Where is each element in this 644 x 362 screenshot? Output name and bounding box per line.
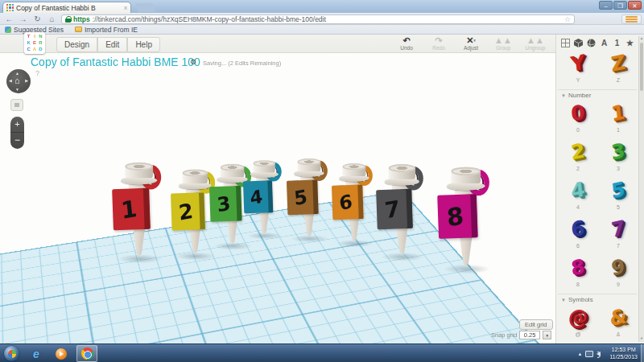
shape-number-4[interactable]: 44 xyxy=(559,178,597,215)
collapse-caret-icon: ▼ xyxy=(561,298,566,302)
chevron-down-icon: ▾ xyxy=(473,38,476,43)
snap-grid-label: Snap grid xyxy=(491,331,517,339)
https-lock-icon xyxy=(65,16,71,23)
app-header: TIN KER CAD Design Edit Help ↶ Undo ↷ Re… xyxy=(0,35,644,53)
tube-5[interactable]: 5 xyxy=(286,162,334,247)
design-canvas[interactable]: Copy of Fantastic Habbi BME 100 ⚙ Saving… xyxy=(0,53,555,343)
adjust-button[interactable]: ✕▾ Adjust xyxy=(459,35,483,51)
zoom-in-button[interactable]: + xyxy=(10,117,24,133)
bookmark-imported-from-ie[interactable]: Imported From IE xyxy=(75,26,138,34)
taskbar-ie-button[interactable]: e xyxy=(26,345,47,362)
tab-letters[interactable]: A xyxy=(599,38,609,48)
section-number[interactable]: ▼Number xyxy=(558,89,637,99)
tube-tag: 3 xyxy=(209,186,242,222)
gear-icon[interactable]: ⚙ xyxy=(190,58,196,66)
internet-explorer-icon: e xyxy=(33,348,39,360)
tray-expand-icon[interactable]: ▲ xyxy=(578,352,583,356)
edit-grid-button[interactable]: Edit grid xyxy=(519,319,553,330)
window-minimize-button[interactable]: – xyxy=(599,1,613,10)
browser-navbar: ← → ↻ ⌂ https ://tinkercad.com/things/hz… xyxy=(0,13,644,25)
tube-tag: 7 xyxy=(376,189,413,230)
tube-1[interactable]: 1 xyxy=(111,167,168,269)
shapes-sidebar: A 1 ★ Y Y Z Z ▼Number 00 11 22 33 44 55 … xyxy=(555,35,644,343)
home-view-button[interactable] xyxy=(10,99,23,111)
undo-button[interactable]: ↶ Undo xyxy=(394,35,419,51)
shape-number-8[interactable]: 88 xyxy=(559,255,597,292)
section-symbols[interactable]: ▼Symbols xyxy=(558,294,637,303)
tab-numbers[interactable]: 1 xyxy=(612,38,622,48)
scroll-up-icon[interactable]: ▲ xyxy=(639,36,644,40)
scroll-down-icon[interactable]: ▼ xyxy=(639,336,644,340)
zoom-out-button[interactable]: − xyxy=(10,133,24,147)
windows-logo-icon xyxy=(8,350,16,358)
shape-number-5[interactable]: 55 xyxy=(600,178,637,215)
undo-icon: ↶ xyxy=(394,35,419,45)
home-button[interactable]: ⌂ xyxy=(46,14,58,24)
orbit-down-icon[interactable]: ▼ xyxy=(15,87,19,92)
shape-number-3[interactable]: 33 xyxy=(600,139,637,176)
taskbar-chrome-button[interactable] xyxy=(76,345,97,362)
menu-design[interactable]: Design xyxy=(56,37,97,52)
zoom-control[interactable]: + − xyxy=(10,117,24,149)
window-close-button[interactable]: ✕ xyxy=(628,1,642,10)
shape-letter-Z[interactable]: Z Z xyxy=(600,51,637,88)
windows-taskbar: e ▲ 12:53 PM 11/25/2013 xyxy=(0,343,644,362)
group-button[interactable]: ▲▲ Group xyxy=(491,35,515,51)
url-bar[interactable]: https ://tinkercad.com/things/hzXqSEH8MK… xyxy=(61,14,575,24)
window-maximize-button[interactable]: ❐ xyxy=(613,1,627,10)
tab-geometric-icon[interactable] xyxy=(573,38,584,48)
refresh-button[interactable]: ↻ xyxy=(31,14,43,24)
display-tray-icon[interactable] xyxy=(585,351,593,357)
new-tab-button[interactable] xyxy=(135,3,156,12)
orbit-right-icon[interactable]: ▶ xyxy=(25,78,28,83)
taskbar-media-button[interactable] xyxy=(51,345,72,362)
shape-number-0[interactable]: 00 xyxy=(559,101,597,138)
tinkercad-logo[interactable]: TIN KER CAD xyxy=(24,32,45,54)
sidebar-scrollbar[interactable]: ▲ ▼ xyxy=(638,36,644,342)
group-icon: ▲▲ xyxy=(491,35,515,45)
tube-tag: 1 xyxy=(112,188,151,231)
tube-7[interactable]: 7 xyxy=(375,169,431,267)
orbit-control[interactable]: ▲ ▼ ◀ ▶ ⌂ xyxy=(6,69,31,93)
shape-number-2[interactable]: 22 xyxy=(559,139,597,176)
orbit-left-icon[interactable]: ◀ xyxy=(9,78,12,83)
shape-number-7[interactable]: 77 xyxy=(600,216,637,253)
tab-workplane-icon[interactable] xyxy=(560,38,571,48)
shape-number-1[interactable]: 11 xyxy=(600,101,637,138)
tube-4[interactable]: 4 xyxy=(242,164,287,244)
tube-8[interactable]: 8 xyxy=(436,172,497,280)
forward-button[interactable]: → xyxy=(17,14,29,24)
orbit-home-icon[interactable]: ⌂ xyxy=(14,76,20,85)
redo-button[interactable]: ↷ Redo xyxy=(427,35,451,51)
browser-menu-button[interactable] xyxy=(621,14,642,24)
shape-number-9[interactable]: 99 xyxy=(600,255,637,292)
start-button[interactable] xyxy=(4,346,19,361)
snap-grid-dropdown[interactable]: ▼ xyxy=(543,331,551,339)
shape-symbol-ampersand[interactable]: && xyxy=(600,305,637,342)
tube-6[interactable]: 6 xyxy=(331,167,379,252)
shape-number-6[interactable]: 66 xyxy=(559,216,597,253)
snap-grid-value[interactable]: 0.25 xyxy=(519,331,540,339)
help-icon[interactable]: ? xyxy=(35,69,39,77)
shape-symbol-at[interactable]: @@ xyxy=(559,305,597,342)
browser-tab[interactable]: Copy of Fantastic Habbi B x xyxy=(2,2,131,13)
browser-titlebar: Copy of Fantastic Habbi B x – ❐ ✕ xyxy=(0,0,644,13)
back-button[interactable]: ← xyxy=(3,14,15,24)
clock-date: 11/25/2013 xyxy=(609,354,638,361)
bookmark-star-icon[interactable]: ☆ xyxy=(564,15,571,23)
tube-tag: 8 xyxy=(437,194,477,239)
menu-help[interactable]: Help xyxy=(127,37,160,52)
ungroup-button[interactable]: ▲▲ Ungroup xyxy=(523,35,547,51)
volume-tray-icon[interactable] xyxy=(597,352,601,356)
url-scheme: https xyxy=(73,15,90,23)
shape-letter-Y[interactable]: Y Y xyxy=(559,51,597,88)
tinkercad-favicon xyxy=(6,4,14,11)
tab-close-icon[interactable]: x xyxy=(124,5,127,11)
tab-title: Copy of Fantastic Habbi B xyxy=(16,4,122,12)
scroll-thumb[interactable] xyxy=(640,43,643,91)
menu-edit[interactable]: Edit xyxy=(97,37,127,52)
taskbar-clock[interactable]: 12:53 PM 11/25/2013 xyxy=(606,347,641,360)
show-desktop-button[interactable] xyxy=(641,344,644,362)
tab-holes-icon[interactable] xyxy=(586,38,597,48)
redo-icon: ↷ xyxy=(427,35,451,45)
